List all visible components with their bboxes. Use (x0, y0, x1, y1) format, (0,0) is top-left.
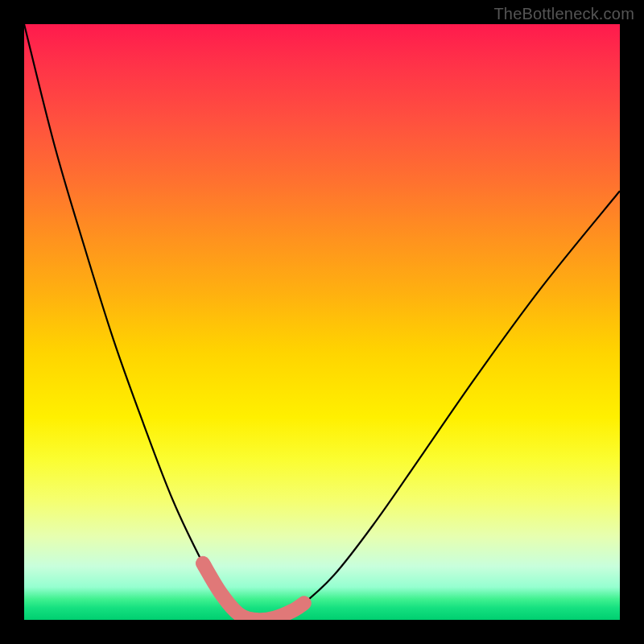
chart-frame: TheBottleneck.com (0, 0, 644, 644)
bottleneck-curve (24, 24, 620, 620)
highlight-segment (203, 564, 304, 620)
plot-area (24, 24, 620, 620)
watermark-text: TheBottleneck.com (493, 5, 634, 23)
curve-layer (24, 24, 620, 620)
